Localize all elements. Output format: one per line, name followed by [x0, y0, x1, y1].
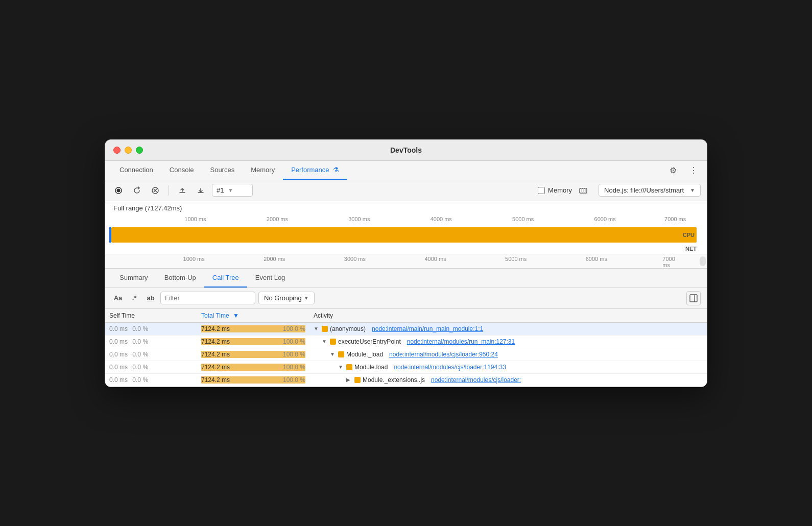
- bottom-ruler-mark-6000: 6000 ms: [586, 256, 607, 262]
- net-bar-container: NET: [105, 243, 707, 254]
- table-row[interactable]: 0.0 ms 0.0 % 7124.2 ms 100.0 % ▼: [105, 361, 707, 373]
- tab-performance[interactable]: Performance ⚗: [283, 161, 347, 180]
- expand-arrow-4[interactable]: ▼: [338, 364, 344, 370]
- target-dropdown-icon: ▼: [690, 187, 695, 193]
- svg-rect-8: [585, 188, 586, 193]
- grouping-label: No Grouping: [264, 294, 302, 302]
- net-row: NET: [109, 244, 699, 254]
- total-time-cell-4: 7124.2 ms 100.0 %: [197, 361, 309, 373]
- cpu-timeline-wrapper: CPU: [109, 227, 699, 243]
- analysis-tabs: Summary Bottom-Up Call Tree Event Log: [105, 269, 707, 288]
- tab-connection[interactable]: Connection: [111, 161, 161, 180]
- activity-icon: [322, 326, 328, 332]
- self-time-ms: 0.0 ms: [109, 325, 128, 332]
- ruler-mark-3000: 3000 ms: [348, 216, 370, 222]
- svg-rect-6: [581, 188, 582, 193]
- activity-name: (anonymous): [330, 325, 366, 332]
- timeline-scrollbar[interactable]: [700, 256, 706, 266]
- close-button[interactable]: [113, 147, 121, 154]
- ruler-mark-4000: 4000 ms: [431, 216, 452, 222]
- panel-toggle-button[interactable]: [686, 291, 701, 305]
- upload-button[interactable]: [175, 183, 189, 198]
- col-activity: Activity: [309, 309, 707, 323]
- total-time-cell-2: 7124.2 ms 100.0 %: [197, 335, 309, 348]
- memory-checkbox-area: Memory: [538, 186, 572, 194]
- filter-input[interactable]: [160, 292, 255, 304]
- toolbar-divider-1: [169, 185, 169, 196]
- recording-dropdown-icon: ▼: [228, 187, 233, 193]
- tab-bottom-up[interactable]: Bottom-Up: [156, 269, 204, 288]
- expand-arrow-5[interactable]: ▶: [346, 377, 352, 382]
- download-button[interactable]: [194, 183, 208, 198]
- regex-button[interactable]: .*: [128, 292, 141, 305]
- bottom-ruler-mark-7000: 7000 ms: [662, 256, 680, 268]
- col-total-time[interactable]: Total Time ▼: [197, 309, 309, 323]
- bottom-ruler-mark-4000: 4000 ms: [424, 256, 446, 262]
- tab-summary[interactable]: Summary: [111, 269, 156, 288]
- expand-arrow-3[interactable]: ▼: [330, 351, 336, 357]
- ruler-mark-2000: 2000 ms: [267, 216, 288, 222]
- source-link[interactable]: node:internal/main/run_main_module:1:1: [372, 325, 483, 332]
- bottom-ruler-mark-3000: 3000 ms: [344, 256, 366, 262]
- case-sensitive-button[interactable]: Aa: [111, 292, 125, 305]
- recording-selector[interactable]: #1 ▼: [212, 184, 253, 197]
- memory-checkbox[interactable]: [538, 187, 545, 194]
- total-time-cell: 7124.2 ms 100.0 %: [197, 322, 309, 335]
- ruler-mark-1000: 1000 ms: [184, 216, 206, 222]
- traffic-lights: [113, 147, 143, 154]
- memory-icon-button[interactable]: [576, 183, 590, 198]
- timeline-area: Full range (7127.42ms) 1000 ms 2000 ms 3…: [105, 201, 707, 269]
- recording-id: #1: [217, 186, 224, 194]
- cpu-bar-container: CPU: [105, 227, 707, 243]
- clear-button[interactable]: [148, 183, 162, 198]
- col-self-time: Self Time: [105, 309, 197, 323]
- table-row[interactable]: 0.0 ms 0.0 % 7124.2 ms 100.0 % ▶: [105, 373, 707, 386]
- tab-call-tree[interactable]: Call Tree: [204, 269, 247, 288]
- cpu-bar[interactable]: CPU: [111, 227, 697, 243]
- svg-point-1: [117, 188, 121, 192]
- more-options-button[interactable]: ⋮: [686, 163, 701, 177]
- tab-console[interactable]: Console: [161, 161, 202, 180]
- total-time-cell-3: 7124.2 ms 100.0 %: [197, 348, 309, 361]
- cpu-label: CPU: [683, 232, 695, 238]
- total-ms: 7124.2 ms: [201, 325, 230, 332]
- total-time-cell-5: 7124.2 ms 100.0 %: [197, 373, 309, 386]
- performance-flask-icon: ⚗: [333, 166, 339, 174]
- bottom-ruler-mark-2000: 2000 ms: [264, 256, 285, 262]
- target-label: Node.js: file:///Users/stmart: [604, 186, 684, 194]
- maximize-button[interactable]: [136, 147, 143, 154]
- window-title: DevTools: [390, 146, 422, 154]
- target-selector[interactable]: Node.js: file:///Users/stmart ▼: [599, 184, 701, 197]
- svg-rect-7: [583, 188, 584, 193]
- whole-word-button[interactable]: ab: [144, 292, 157, 305]
- tabs-bar-actions: ⚙ ⋮: [666, 163, 701, 177]
- tab-event-log[interactable]: Event Log: [247, 269, 294, 288]
- devtools-window: DevTools Connection Console Sources Memo…: [105, 139, 707, 387]
- minimize-button[interactable]: [125, 147, 132, 154]
- self-time-pct: 0.0 %: [132, 325, 148, 332]
- bottom-ruler-mark-5000: 5000 ms: [505, 256, 527, 262]
- table-row[interactable]: 0.0 ms 0.0 % 7124.2 ms 100.0 % ▼: [105, 335, 707, 348]
- table-row[interactable]: 0.0 ms 0.0 % 7124.2 ms 100.0 % ▼: [105, 348, 707, 361]
- tabs-bar: Connection Console Sources Memory Perfor…: [105, 161, 707, 180]
- call-tree-table: Self Time Total Time ▼ Activity 0.0 ms 0…: [105, 309, 707, 387]
- grouping-selector[interactable]: No Grouping ▼: [258, 292, 315, 304]
- ruler-mark-7000: 7000 ms: [664, 216, 686, 222]
- ruler-mark-5000: 5000 ms: [512, 216, 534, 222]
- sort-icon: ▼: [233, 312, 239, 319]
- net-label: NET: [685, 246, 697, 252]
- table-row[interactable]: 0.0 ms 0.0 % 7124.2 ms 100.0 % ▼: [105, 322, 707, 335]
- grouping-dropdown-icon: ▼: [304, 295, 309, 301]
- expand-arrow[interactable]: ▼: [314, 326, 320, 331]
- bottom-ruler-mark-1000: 1000 ms: [183, 256, 205, 262]
- reload-button[interactable]: [130, 183, 144, 198]
- record-button[interactable]: [111, 183, 126, 198]
- tabs-list: Connection Console Sources Memory Perfor…: [111, 161, 666, 180]
- table-container: Self Time Total Time ▼ Activity 0.0 ms 0…: [105, 309, 707, 387]
- tab-memory[interactable]: Memory: [243, 161, 283, 180]
- total-pct: 100.0 %: [283, 325, 305, 332]
- expand-arrow-2[interactable]: ▼: [322, 339, 328, 344]
- tab-sources[interactable]: Sources: [202, 161, 243, 180]
- full-range-label: Full range (7127.42ms): [105, 201, 707, 215]
- settings-button[interactable]: ⚙: [666, 163, 680, 177]
